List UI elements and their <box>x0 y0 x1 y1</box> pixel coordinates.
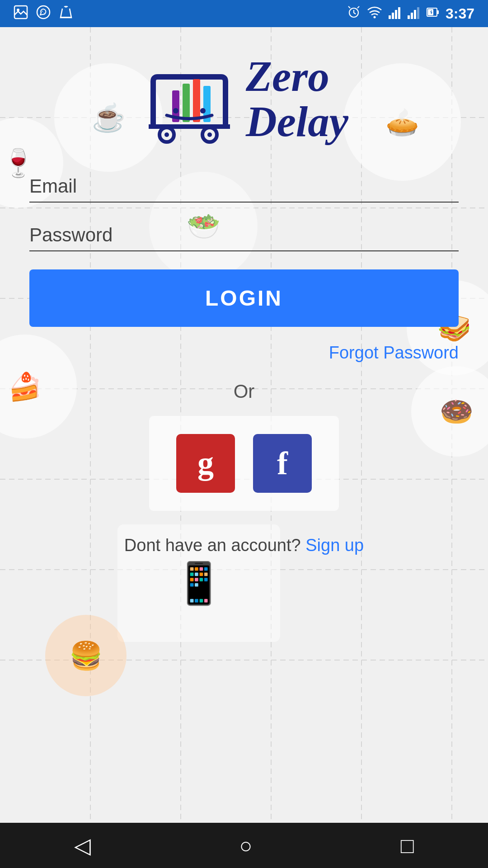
svg-rect-9 <box>392 13 394 19</box>
signup-link[interactable]: Sign up <box>305 536 364 555</box>
svg-rect-41 <box>193 79 200 122</box>
facebook-login-button[interactable]: f <box>253 434 312 493</box>
svg-rect-40 <box>183 84 190 122</box>
nav-bar: ◁ ○ □ <box>0 823 488 868</box>
status-time: 3:37 <box>446 5 474 22</box>
recents-button[interactable]: □ <box>401 833 414 858</box>
svg-rect-11 <box>398 7 400 19</box>
svg-rect-3 <box>61 17 71 18</box>
svg-rect-14 <box>414 10 416 19</box>
forgot-password-row: Forgot Password <box>29 343 459 363</box>
alarm-icon <box>347 5 361 22</box>
battery-icon <box>427 5 439 22</box>
svg-point-44 <box>200 108 206 113</box>
svg-line-6 <box>357 6 359 8</box>
password-input[interactable] <box>29 216 459 251</box>
social-login-container: g f <box>149 416 339 511</box>
svg-rect-8 <box>389 15 391 19</box>
main-content: Zero Delay LOGIN Forgot Password Or g f … <box>0 27 488 555</box>
google-icon: g <box>197 445 214 482</box>
signup-row: Dont have an account? Sign up <box>124 536 364 555</box>
logo-zero: Zero <box>246 54 348 99</box>
logo-delay: Delay <box>246 99 348 145</box>
svg-line-5 <box>348 6 350 8</box>
svg-point-38 <box>207 132 212 137</box>
facebook-icon: f <box>277 445 288 482</box>
signal2-icon <box>408 5 420 22</box>
svg-rect-13 <box>411 13 413 19</box>
svg-rect-0 <box>14 6 27 19</box>
email-input[interactable] <box>29 167 459 203</box>
or-divider: Or <box>234 381 255 402</box>
signup-prompt: Dont have an account? <box>124 536 301 555</box>
status-bar-right-icons: 3:37 <box>347 5 474 22</box>
logo-cart-svg <box>140 54 239 145</box>
whatsapp-icon <box>36 5 51 23</box>
svg-rect-18 <box>437 10 439 14</box>
food-decoration-burger: 🍔 <box>45 615 127 696</box>
back-button[interactable]: ◁ <box>74 833 91 858</box>
home-button[interactable]: ○ <box>239 833 252 858</box>
wifi-icon <box>367 5 382 22</box>
logo-text: Zero Delay <box>246 54 348 145</box>
svg-point-43 <box>173 108 178 113</box>
status-bar: 3:37 <box>0 0 488 27</box>
forgot-password-link[interactable]: Forgot Password <box>329 343 459 363</box>
login-button[interactable]: LOGIN <box>29 269 459 327</box>
svg-point-7 <box>373 16 375 18</box>
svg-rect-12 <box>408 15 410 19</box>
signal-icon <box>389 5 401 22</box>
svg-point-36 <box>164 132 169 137</box>
status-bar-left-icons <box>14 5 73 23</box>
svg-point-2 <box>37 6 50 19</box>
gallery-icon <box>14 5 28 23</box>
logo-container: Zero Delay <box>140 54 348 145</box>
svg-rect-15 <box>417 7 419 19</box>
google-login-button[interactable]: g <box>176 434 235 493</box>
notification-icon <box>59 5 73 23</box>
svg-rect-10 <box>395 10 397 19</box>
